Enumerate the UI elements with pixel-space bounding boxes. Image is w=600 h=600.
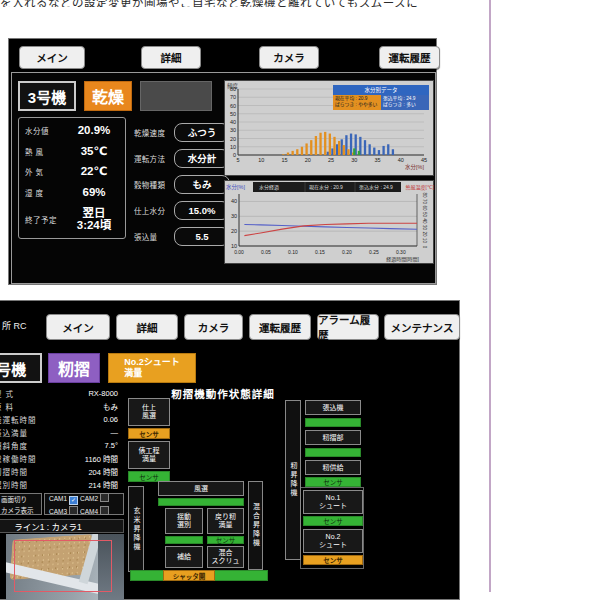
- dryer-nav-2[interactable]: 詳細: [141, 46, 201, 69]
- machine-info-label: 張込満量: [0, 427, 52, 438]
- machine-info-label: 籾摺時間: [0, 466, 52, 477]
- dryer-setting-value[interactable]: 15.0%: [174, 201, 230, 220]
- svg-text:45: 45: [421, 157, 427, 163]
- dryer-stat-row: 湿 度69%: [19, 186, 125, 199]
- diagram-b1-node: 風選: [158, 481, 244, 496]
- dryer-screen: 3号機 乾燥 水分値20.9%熱 風35℃外 気22℃湿 度69%終了予定翌日 …: [11, 72, 436, 284]
- dryer-stats-box: 水分値20.9%熱 風35℃外 気22℃湿 度69%終了予定翌日 3:24頃: [18, 117, 126, 239]
- svg-text:60: 60: [422, 205, 427, 211]
- svg-text:60: 60: [230, 103, 236, 109]
- machine-info-row: 型 式RX-8000: [0, 387, 124, 400]
- diagram-c9-node: No.2 シュート: [303, 529, 363, 553]
- svg-text:50: 50: [230, 111, 236, 117]
- diagram-c2-status-bar: [305, 418, 361, 427]
- page: を入れるなどの設定変更が圃場やご自宅など乾燥機と離れていてもスムーズに メイン詳…: [0, 0, 600, 600]
- diagram-e2-elevator: 混合昇降機: [248, 481, 263, 570]
- machine-info-row: 残運転時間0.06: [0, 413, 124, 426]
- diagram-e3-elevator: 籾昇降機: [285, 400, 301, 560]
- huller-nav-1[interactable]: メイン: [46, 314, 110, 340]
- screen-switch-label: 画面切り: [1, 494, 41, 504]
- diagram-c6-node: センサ: [305, 477, 361, 487]
- machine-info-row: 原 料もみ: [0, 400, 124, 413]
- machine-info-value: 204 時間: [52, 466, 124, 477]
- dryer-nav-1[interactable]: メイン: [19, 46, 85, 69]
- svg-text:35: 35: [374, 157, 380, 163]
- dryer-setting-row: 穀物種類もみ: [134, 175, 232, 193]
- camera-checkbox-cam4[interactable]: [100, 506, 109, 515]
- camera-option-label: CAM4: [80, 508, 98, 515]
- diagram-b10-node: シャッタ開: [163, 570, 215, 581]
- huller-nav-4[interactable]: 運転履歴: [249, 314, 311, 340]
- huller-nav-6[interactable]: メンテナンス: [384, 314, 460, 340]
- svg-text:20: 20: [231, 228, 237, 234]
- svg-text:40: 40: [231, 198, 237, 204]
- legend-entry-2: 張込平均 : 24.9ばらつき : 多い: [381, 95, 429, 110]
- camera-checkbox-cam2[interactable]: [100, 493, 109, 502]
- diagram-a1-node: 仕上 風選: [128, 398, 170, 426]
- svg-text:40: 40: [422, 218, 427, 224]
- dryer-stat-value: 翌日 3:24頃: [63, 207, 125, 232]
- machine-info-row: 傾斜角度7.5°: [0, 439, 124, 452]
- svg-text:0.00: 0.00: [234, 249, 244, 255]
- camera-option-label: CAM3: [49, 508, 67, 515]
- svg-text:10: 10: [230, 144, 236, 150]
- diagram-b4-node: 戻り籾 満量: [207, 508, 244, 534]
- diagram-b6-node: センサ: [207, 536, 244, 544]
- camera-checkbox-cam1[interactable]: ✓: [69, 496, 78, 505]
- dryer-mode-badge: 乾燥: [84, 81, 132, 111]
- dryer-setting-label: 仕上水分: [134, 205, 174, 216]
- dryer-setting-value[interactable]: 水分計: [174, 149, 230, 168]
- svg-text:70: 70: [422, 199, 427, 205]
- dryer-nav-3[interactable]: カメラ: [259, 46, 319, 69]
- diagram-title: 籾摺機動作状態詳細: [148, 386, 298, 401]
- machine-info-value: 7.5°: [52, 441, 124, 450]
- dryer-nav-4[interactable]: 運転履歴: [379, 46, 440, 69]
- dryer-setting-label: 乾燥速度: [134, 127, 174, 138]
- svg-text:熱風温度[℃]: 熱風温度[℃]: [406, 184, 435, 191]
- svg-text:0: 0: [422, 246, 427, 249]
- huller-unit-label: 1号機: [0, 353, 42, 383]
- legend-entry-1: 現在平均 : 20.9ばらつき : やや多い: [333, 95, 381, 110]
- diagram-b7-node: 補給: [165, 546, 203, 568]
- svg-text:30: 30: [422, 225, 427, 231]
- svg-text:20: 20: [422, 231, 427, 237]
- huller-nav-2[interactable]: 詳細: [116, 314, 178, 340]
- moisture-trend-card: 水分経過現在水分 : 20.9張込水分 : 24.9水分[%]熱風温度[℃]10…: [224, 180, 434, 264]
- dryer-setting-value[interactable]: もみ: [174, 175, 230, 194]
- svg-text:張込水分 : 24.9: 張込水分 : 24.9: [359, 184, 393, 191]
- camera-checkbox-cam3[interactable]: [69, 506, 78, 515]
- camera-option-label: CAM2: [80, 495, 98, 502]
- dryer-setting-label: 運転方法: [134, 153, 174, 164]
- svg-text:現在水分 : 20.9: 現在水分 : 20.9: [309, 184, 343, 191]
- svg-text:0.05: 0.05: [261, 249, 271, 255]
- dryer-stat-label: 水分値: [19, 125, 63, 136]
- dryer-stat-row: 外 気22℃: [19, 165, 125, 178]
- svg-text:25: 25: [328, 157, 334, 163]
- machine-info-row: 張込満量—: [0, 426, 124, 439]
- machine-info-value: RX-8000: [52, 389, 124, 398]
- machine-info-label: 原 料: [0, 401, 52, 412]
- huller-nav-3[interactable]: カメラ: [184, 314, 243, 340]
- dryer-stat-value: 35℃: [63, 145, 125, 158]
- svg-text:30: 30: [351, 157, 357, 163]
- dryer-setting-value[interactable]: 5.5: [174, 227, 230, 246]
- diagram-a2-node: センサ: [128, 428, 170, 439]
- diagram-c3-node: 籾摺部: [305, 430, 361, 445]
- huller-nav-5[interactable]: アラーム履歴: [317, 314, 379, 340]
- machine-info-value: —: [52, 428, 124, 437]
- machine-info-label: 傾斜角度: [0, 440, 52, 451]
- dryer-setting-value[interactable]: ふつう: [174, 123, 230, 142]
- dryer-stat-value: 20.9%: [63, 124, 125, 137]
- legend-title: 水分別データ: [333, 85, 429, 95]
- machine-info-label: 型 式: [0, 388, 52, 399]
- legend-line: ばらつき : やや多い: [335, 102, 379, 108]
- svg-text:20: 20: [305, 157, 311, 163]
- dryer-stat-row: 終了予定翌日 3:24頃: [19, 207, 125, 232]
- dryer-stat-label: 湿 度: [19, 187, 63, 198]
- dryer-stat-value: 22℃: [63, 165, 125, 178]
- dryer-stat-label: 終了予定: [19, 214, 63, 225]
- dryer-empty-slot: [140, 81, 212, 111]
- diagram-c5-node: 籾供給: [305, 460, 361, 475]
- detection-overlay-rect: [14, 540, 112, 592]
- camera-select-line: CAM3CAM4: [49, 506, 123, 515]
